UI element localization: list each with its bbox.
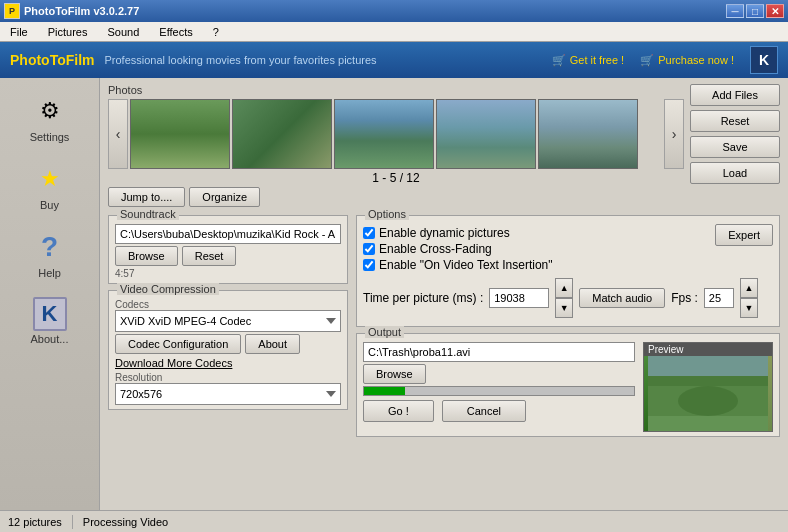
middle-row: Soundtrack Browse Reset 4:57 Video Compr… bbox=[108, 215, 780, 437]
reset-files-button[interactable]: Reset bbox=[690, 110, 780, 132]
progress-bar bbox=[363, 386, 635, 396]
purchase-link[interactable]: 🛒 Purchase now ! bbox=[640, 54, 734, 67]
svg-rect-4 bbox=[648, 416, 768, 431]
progress-fill bbox=[364, 387, 405, 395]
photos-nav-right[interactable]: › bbox=[664, 99, 684, 169]
menu-bar: File Pictures Sound Effects ? bbox=[0, 22, 788, 42]
add-files-col: Add Files Reset Save Load bbox=[690, 84, 780, 184]
photos-section: Photos ‹ › 1 - 5 / 12 bbox=[108, 84, 780, 209]
cross-fading-row: Enable Cross-Fading bbox=[363, 242, 553, 256]
save-button[interactable]: Save bbox=[690, 136, 780, 158]
menu-effects[interactable]: Effects bbox=[153, 24, 198, 40]
add-files-button[interactable]: Add Files bbox=[690, 84, 780, 106]
photos-label: Photos bbox=[108, 84, 684, 96]
maximize-button[interactable]: □ bbox=[746, 4, 764, 18]
sidebar-about-label: About... bbox=[31, 333, 69, 345]
resolution-select[interactable]: 720x576 bbox=[115, 383, 341, 405]
sidebar-item-about[interactable]: K About... bbox=[6, 290, 94, 352]
dynamic-pictures-label: Enable dynamic pictures bbox=[379, 226, 510, 240]
time-input[interactable] bbox=[489, 288, 549, 308]
soundtrack-reset-button[interactable]: Reset bbox=[182, 246, 237, 266]
codec-select[interactable]: XViD XviD MPEG-4 Codec bbox=[115, 310, 341, 332]
output-content: Browse Go ! Cancel bbox=[363, 342, 773, 432]
output-row: Browse Go ! Cancel bbox=[363, 342, 773, 432]
cancel-button[interactable]: Cancel bbox=[442, 400, 526, 422]
help-icon: ? bbox=[32, 229, 68, 265]
processing-status: Processing Video bbox=[83, 516, 168, 528]
download-codecs-link[interactable]: Download More Codecs bbox=[115, 357, 232, 369]
photo-thumb-3[interactable] bbox=[334, 99, 434, 169]
photo-thumb-2[interactable] bbox=[232, 99, 332, 169]
codec-config-button[interactable]: Codec Configuration bbox=[115, 334, 241, 354]
title-bar-text: PhotoToFilm v3.0.2.77 bbox=[24, 5, 139, 17]
menu-pictures[interactable]: Pictures bbox=[42, 24, 94, 40]
close-button[interactable]: ✕ bbox=[766, 4, 784, 18]
soundtrack-duration: 4:57 bbox=[115, 268, 341, 279]
go-button[interactable]: Go ! bbox=[363, 400, 434, 422]
soundtrack-btn-row: Browse Reset bbox=[115, 246, 341, 266]
sidebar-item-settings[interactable]: ⚙ Settings bbox=[6, 86, 94, 150]
go-row: Go ! Cancel bbox=[363, 400, 635, 422]
photos-btn-row: Jump to.... Organize bbox=[108, 187, 684, 207]
main-content: ⚙ Settings ★ Buy ? Help K About... Photo… bbox=[0, 78, 788, 510]
codecs-label: Codecs bbox=[115, 299, 341, 310]
output-left: Browse Go ! Cancel bbox=[363, 342, 635, 432]
app-icon: P bbox=[4, 3, 20, 19]
header-links: 🛒 Get it free ! 🛒 Purchase now ! K bbox=[552, 46, 778, 74]
left-controls: Soundtrack Browse Reset 4:57 Video Compr… bbox=[108, 215, 348, 437]
codec-btn-row: Codec Configuration About bbox=[115, 334, 341, 354]
match-audio-button[interactable]: Match audio bbox=[579, 288, 665, 308]
load-button[interactable]: Load bbox=[690, 162, 780, 184]
cross-fading-label: Enable Cross-Fading bbox=[379, 242, 492, 256]
star-icon: ★ bbox=[32, 161, 68, 197]
about-codec-button[interactable]: About bbox=[245, 334, 300, 354]
text-insertion-checkbox[interactable] bbox=[363, 259, 375, 271]
organize-button[interactable]: Organize bbox=[189, 187, 260, 207]
time-row: Time per picture (ms) : ▲ ▼ Match audio … bbox=[363, 278, 773, 318]
soundtrack-path-input[interactable] bbox=[115, 224, 341, 244]
video-compression-content: Codecs XViD XviD MPEG-4 Codec Codec Conf… bbox=[115, 299, 341, 405]
photo-thumb-4[interactable] bbox=[436, 99, 536, 169]
sidebar: ⚙ Settings ★ Buy ? Help K About... bbox=[0, 78, 100, 510]
cart2-icon: 🛒 bbox=[640, 54, 654, 67]
cart-icon: 🛒 bbox=[552, 54, 566, 67]
options-label: Options bbox=[365, 208, 409, 220]
fps-input[interactable] bbox=[704, 288, 734, 308]
output-path-input[interactable] bbox=[363, 342, 635, 362]
sidebar-item-help[interactable]: ? Help bbox=[6, 222, 94, 286]
jump-to-button[interactable]: Jump to.... bbox=[108, 187, 185, 207]
output-group: Output Browse bbox=[356, 333, 780, 437]
resolution-wrapper: Resolution 720x576 bbox=[115, 372, 341, 405]
fps-spinner-down[interactable]: ▼ bbox=[740, 298, 758, 318]
photo-thumb-1[interactable] bbox=[130, 99, 230, 169]
options-content: Enable dynamic pictures Enable Cross-Fad… bbox=[363, 224, 773, 274]
photo-thumb-5[interactable] bbox=[538, 99, 638, 169]
about-icon: K bbox=[33, 297, 67, 331]
menu-file[interactable]: File bbox=[4, 24, 34, 40]
expert-button[interactable]: Expert bbox=[715, 224, 773, 246]
status-bar: 12 pictures Processing Video bbox=[0, 510, 788, 532]
photos-nav-left[interactable]: ‹ bbox=[108, 99, 128, 169]
get-it-free-link[interactable]: 🛒 Get it free ! bbox=[552, 54, 624, 67]
cross-fading-checkbox[interactable] bbox=[363, 243, 375, 255]
soundtrack-browse-button[interactable]: Browse bbox=[115, 246, 178, 266]
time-spinner-down[interactable]: ▼ bbox=[555, 298, 573, 318]
resolution-label: Resolution bbox=[115, 372, 341, 383]
minimize-button[interactable]: ─ bbox=[726, 4, 744, 18]
menu-help[interactable]: ? bbox=[207, 24, 225, 40]
right-panel: Photos ‹ › 1 - 5 / 12 bbox=[100, 78, 788, 510]
title-bar: P PhotoToFilm v3.0.2.77 ─ □ ✕ bbox=[0, 0, 788, 22]
fps-label: Fps : bbox=[671, 291, 698, 305]
sidebar-item-buy[interactable]: ★ Buy bbox=[6, 154, 94, 218]
app-logo: PhotoToFilm bbox=[10, 52, 95, 68]
sidebar-help-label: Help bbox=[38, 267, 61, 279]
fps-spinner-up[interactable]: ▲ bbox=[740, 278, 758, 298]
output-browse-button[interactable]: Browse bbox=[363, 364, 426, 384]
right-controls: Options Enable dynamic pictures Enable C… bbox=[356, 215, 780, 437]
soundtrack-group: Soundtrack Browse Reset 4:57 bbox=[108, 215, 348, 284]
menu-sound[interactable]: Sound bbox=[101, 24, 145, 40]
dynamic-pictures-checkbox[interactable] bbox=[363, 227, 375, 239]
video-compression-group: Video Compression Codecs XViD XviD MPEG-… bbox=[108, 290, 348, 410]
time-spinner: ▲ ▼ bbox=[555, 278, 573, 318]
time-spinner-up[interactable]: ▲ bbox=[555, 278, 573, 298]
